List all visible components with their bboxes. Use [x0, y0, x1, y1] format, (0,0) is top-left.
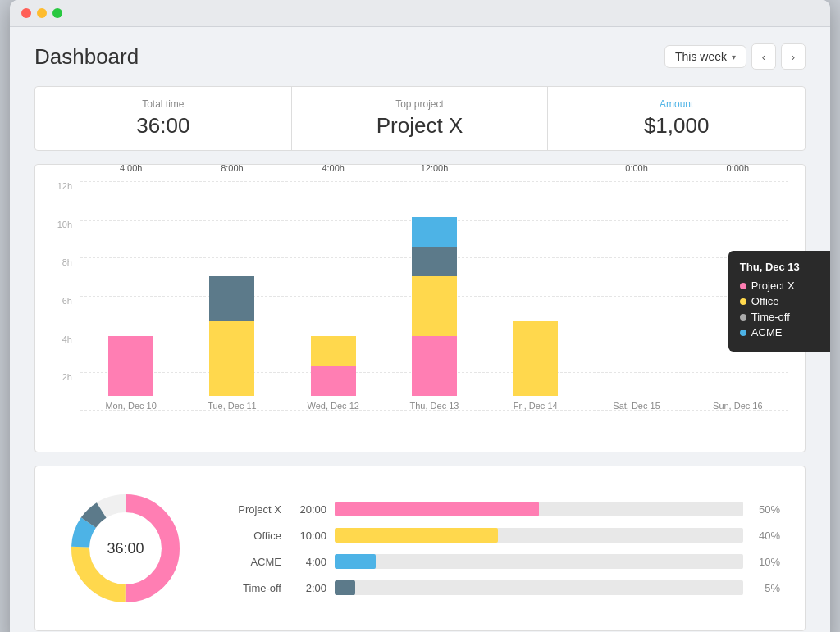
tooltip-name-1: Office: [751, 295, 779, 307]
donut-center-label: 36:00: [107, 540, 144, 557]
tooltip-dot-2: [740, 314, 746, 321]
x-label-fri: Fri, Dec 14: [514, 401, 558, 411]
y-label-12h: 12h: [57, 181, 76, 191]
bottom-section: 36:00 Project X 20:00 50% Office 10:00: [34, 466, 806, 631]
bar-segment-yellow-thu: [412, 276, 457, 336]
week-selector-label: This week: [675, 50, 727, 63]
minimize-button[interactable]: [37, 8, 47, 18]
bar-fill-1: [335, 528, 498, 543]
project-name-3: Time-off: [224, 582, 281, 594]
bar-group-thu[interactable]: 12:00h Thu, Dec 13 Thu: [384, 181, 485, 411]
bar-group-mon[interactable]: 4:00h Mon, Dec 10: [80, 181, 181, 411]
tooltip-label-1: Office: [740, 295, 814, 307]
chevron-left-icon: ‹: [762, 51, 765, 63]
project-row-3: Time-off 2:00 5%: [224, 580, 780, 595]
amount-value: $1,000: [564, 113, 788, 139]
bar-group-fri[interactable]: Fri, Dec 14: [485, 181, 586, 411]
bar-top-label-sun: 0:00h: [727, 163, 750, 173]
project-pct-0: 50%: [751, 503, 780, 516]
y-label-2h: 2h: [62, 372, 76, 382]
tooltip-dot-0: [740, 283, 746, 289]
bar-segment-pink-thu: [412, 336, 457, 396]
project-time-2: 4:00: [290, 556, 326, 568]
tooltip-dot-1: [740, 298, 746, 305]
bar-stack-fri: [513, 321, 558, 396]
y-label-10h: 10h: [57, 220, 76, 230]
bar-segment-yellow-fri: [513, 321, 558, 396]
titlebar: [10, 0, 830, 27]
bar-segment-blue-thu: [412, 217, 457, 247]
bar-stack-thu: [412, 217, 457, 396]
bar-group-tue[interactable]: 8:00h Tue, Dec 11: [181, 181, 282, 411]
bar-segment-pink-wed: [311, 366, 356, 396]
tooltip-dot-3: [740, 330, 746, 336]
top-project-value: Project X: [308, 113, 532, 139]
amount-label: Amount: [564, 98, 788, 110]
bar-fill-0: [335, 502, 539, 516]
bar-segment-grey-tue: [209, 276, 254, 321]
bar-stack-mon: [108, 336, 153, 396]
x-label-thu: Thu, Dec 13: [410, 401, 459, 411]
tooltip-row-2: Time-off 2:00 15%: [740, 311, 830, 323]
tooltip-name-0: Project X: [751, 280, 795, 292]
total-time-label: Total time: [52, 98, 275, 110]
project-time-1: 10:00: [290, 530, 326, 542]
total-time-cell: Total time 36:00: [35, 87, 292, 150]
top-project-cell: Top project Project X: [292, 87, 549, 150]
project-name-0: Project X: [224, 503, 281, 516]
app-window: Dashboard This week ▾ ‹ › Total time 36:…: [10, 0, 830, 632]
chevron-down-icon: ▾: [732, 52, 736, 61]
bars-container: 4:00h Mon, Dec 10 8:00h: [80, 181, 788, 411]
prev-week-button[interactable]: ‹: [751, 43, 776, 70]
bar-group-sat[interactable]: 0:00h Sat, Dec 15: [586, 181, 687, 411]
project-row-0: Project X 20:00 50%: [224, 502, 780, 516]
tooltip-row-1: Office 4:00 35%: [740, 295, 830, 307]
next-week-button[interactable]: ›: [781, 43, 806, 70]
bar-top-label-sat: 0:00h: [625, 163, 648, 173]
tooltip-label-0: Project X: [740, 280, 814, 292]
project-name-2: ACME: [224, 556, 281, 568]
project-time-0: 20:00: [290, 503, 326, 516]
maximize-button[interactable]: [52, 8, 62, 18]
tooltip-name-3: ACME: [751, 326, 783, 339]
page-title: Dashboard: [34, 44, 139, 70]
tooltip: Thu, Dec 13 12:00 Project X 4:: [728, 251, 830, 352]
bar-chart-area: 12h 10h 8h 6h 4h 2h: [34, 164, 806, 452]
x-label-mon: Mon, Dec 10: [105, 401, 156, 411]
total-time-value: 36:00: [52, 113, 275, 139]
tooltip-label-2: Time-off: [740, 311, 814, 323]
amount-cell: Amount $1,000: [548, 87, 805, 150]
chart-inner: 4:00h Mon, Dec 10 8:00h: [80, 181, 788, 411]
bar-segment-pink-mon: [108, 336, 153, 396]
project-time-3: 2:00: [290, 582, 326, 594]
y-axis: 12h 10h 8h 6h 4h 2h: [52, 181, 76, 411]
y-label-6h: 6h: [62, 296, 76, 306]
bar-track-1: [335, 528, 743, 543]
project-bars: Project X 20:00 50% Office 10:00 40%: [224, 502, 780, 595]
chevron-right-icon: ›: [792, 51, 795, 63]
bar-group-wed[interactable]: 4:00h Wed, Dec 12: [283, 181, 384, 411]
bar-track-0: [335, 502, 743, 516]
bar-top-label-mon: 4:00h: [120, 163, 143, 173]
bar-fill-3: [335, 580, 355, 595]
tooltip-name-2: Time-off: [751, 311, 790, 323]
stats-row: Total time 36:00 Top project Project X A…: [34, 86, 806, 151]
x-label-sun: Sun, Dec 16: [713, 401, 763, 411]
close-button[interactable]: [21, 8, 31, 18]
week-selector[interactable]: This week ▾: [664, 45, 746, 68]
tooltip-label-3: ACME: [740, 326, 814, 339]
tooltip-header: Thu, Dec 13 12:00: [740, 261, 830, 273]
bar-chart: 12h 10h 8h 6h 4h 2h: [52, 181, 788, 443]
main-content: Dashboard This week ▾ ‹ › Total time 36:…: [10, 27, 830, 632]
x-label-sat: Sat, Dec 15: [613, 401, 660, 411]
y-label-4h: 4h: [62, 334, 76, 344]
donut-chart: 36:00: [60, 483, 191, 614]
project-pct-3: 5%: [751, 582, 780, 594]
header-row: Dashboard This week ▾ ‹ ›: [34, 43, 806, 70]
y-label-8h: 8h: [62, 257, 76, 267]
bar-segment-grey-thu: [412, 247, 457, 276]
x-label-tue: Tue, Dec 11: [208, 401, 257, 411]
tooltip-row-3: ACME 2:00 15%: [740, 326, 830, 339]
x-axis-line: [80, 411, 788, 411]
bar-segment-yellow-wed: [311, 336, 356, 366]
